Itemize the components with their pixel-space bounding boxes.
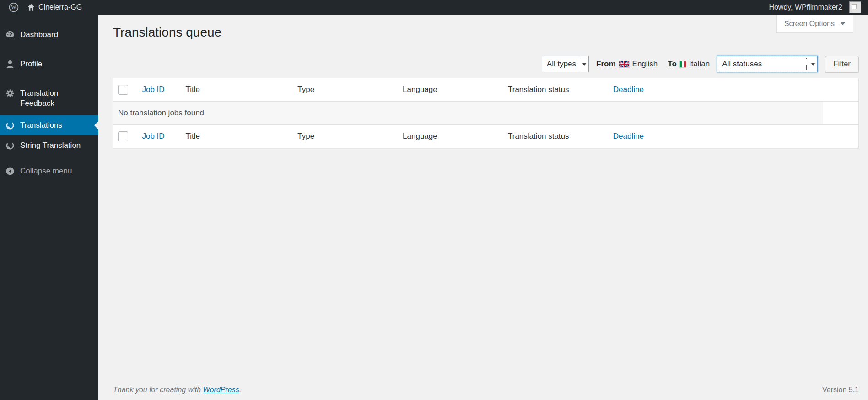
screen-options-label: Screen Options [784,20,835,28]
select-all-checkbox[interactable] [118,85,128,95]
select-all-checkbox[interactable] [118,131,128,141]
column-translation-status: Translation status [508,132,569,141]
wpml-globe-icon [5,141,15,150]
column-language: Language [403,85,437,94]
wordpress-logo-icon[interactable]: W [5,0,23,15]
filter-button[interactable]: Filter [825,56,859,73]
uk-flag-icon [619,61,630,68]
empty-row: No translation jobs found [113,102,859,125]
admin-sidebar: Dashboard Profile Translation Fe [0,15,98,400]
admin-footer: Thank you for creating with WordPress. V… [113,386,859,400]
footer-thanks: Thank you for creating with WordPress. [113,386,241,394]
column-language: Language [403,132,437,141]
footer-thanks-period: . [239,386,241,394]
status-select-value: All statuses [717,56,809,72]
footer-thanks-text: Thank you for creating with [113,386,203,394]
sidebar-item-label: Collapse menu [20,166,72,176]
wordpress-link[interactable]: WordPress [203,386,239,394]
status-select[interactable]: All statuses [717,56,818,72]
dashboard-icon [5,30,15,39]
admin-bar: W Cinelerra-GG Howdy, WPfilmmaker2 [0,0,868,15]
sidebar-item-label: Profile [20,59,42,69]
table-footer-row: Job ID Title Type Language Translation s… [113,125,859,148]
home-icon [27,3,35,11]
sidebar-item-profile[interactable]: Profile [0,54,98,74]
filter-bar: All types From English To [113,55,859,73]
user-icon [5,59,15,69]
translation-jobs-table: Job ID Title Type Language Translation s… [113,78,859,148]
sidebar-item-dashboard[interactable]: Dashboard [0,25,98,45]
to-label: To [668,59,677,69]
sidebar-item-label: Translations [20,120,62,130]
sidebar-item-translation-feedback[interactable]: Translation Feedback [0,83,98,114]
table-header-row: Job ID Title Type Language Translation s… [113,78,859,102]
column-title: Title [185,85,200,94]
howdy-text: Howdy, WPfilmmaker2 [769,3,842,11]
collapse-arrow-icon [5,167,15,176]
column-translation-status: Translation status [508,85,569,94]
italy-flag-icon [679,61,686,68]
to-language: To Italian [668,59,710,69]
chevron-down-icon [840,22,846,28]
sidebar-item-string-translation[interactable]: String Translation [0,135,98,156]
avatar [849,1,861,13]
sidebar-item-label: String Translation [20,141,81,151]
wpml-globe-icon [5,121,15,130]
from-language-name: English [632,59,658,69]
sidebar-item-label: Translation Feedback [20,88,94,108]
chevron-down-icon [809,56,817,72]
empty-message: No translation jobs found [113,102,823,125]
account-menu[interactable]: Howdy, WPfilmmaker2 [765,0,865,15]
column-type: Type [297,132,314,141]
from-language: From English [596,59,658,69]
sort-job-id-link[interactable]: Job ID [142,85,164,94]
site-name-link[interactable]: Cinelerra-GG [23,0,86,15]
type-select[interactable]: All types [542,56,589,72]
version-text: Version 5.1 [822,386,859,394]
screen-options-button[interactable]: Screen Options [776,15,853,33]
chevron-down-icon [580,56,588,72]
column-title: Title [185,132,200,141]
main-content: Screen Options Translations queue All ty… [98,15,868,400]
sidebar-item-translations[interactable]: Translations [0,115,98,135]
sort-job-id-link[interactable]: Job ID [142,132,164,141]
svg-text:W: W [11,4,16,11]
column-type: Type [297,85,314,94]
to-language-name: Italian [689,59,710,69]
site-name: Cinelerra-GG [38,3,82,11]
sort-deadline-link[interactable]: Deadline [613,132,644,141]
from-label: From [596,59,616,69]
page-title: Translations queue [113,24,859,41]
collapse-menu-button[interactable]: Collapse menu [0,161,98,181]
gear-icon [5,89,15,98]
sort-deadline-link[interactable]: Deadline [613,85,644,94]
type-select-value: All types [542,56,580,72]
sidebar-item-label: Dashboard [20,30,58,40]
